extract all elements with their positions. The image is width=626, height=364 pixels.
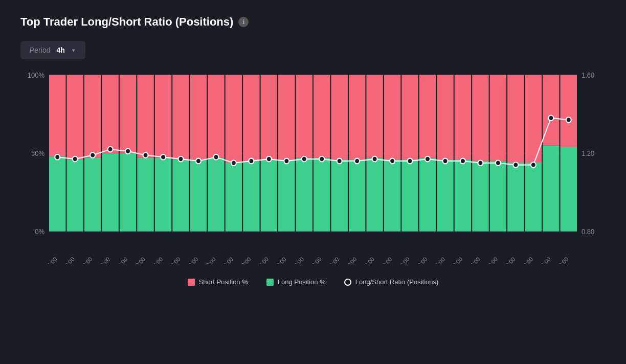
svg-rect-58 (472, 75, 488, 161)
chart-container: 100%50%0%1.601.200.8014:0018:0022:0002:0… (20, 70, 606, 264)
svg-rect-12 (66, 75, 83, 160)
svg-text:02:00: 02:00 (203, 256, 217, 264)
svg-rect-17 (120, 153, 136, 232)
svg-rect-44 (349, 75, 365, 160)
svg-text:22:00: 22:00 (502, 256, 517, 264)
svg-rect-22 (155, 75, 171, 158)
svg-rect-43 (349, 160, 365, 232)
svg-text:06:00: 06:00 (538, 256, 552, 264)
svg-text:02:00: 02:00 (308, 256, 323, 264)
svg-text:100%: 100% (28, 72, 44, 79)
svg-rect-61 (507, 163, 524, 232)
period-selector[interactable]: Period 4h ▼ (20, 41, 85, 59)
period-label: Period (30, 46, 50, 54)
svg-rect-27 (208, 158, 224, 232)
svg-rect-23 (172, 160, 189, 232)
svg-rect-53 (437, 160, 453, 232)
svg-point-98 (566, 117, 571, 123)
svg-rect-48 (384, 75, 400, 160)
svg-rect-24 (172, 75, 189, 160)
svg-rect-68 (561, 75, 577, 147)
period-arrow-icon: ▼ (71, 48, 76, 53)
svg-point-76 (178, 156, 184, 162)
svg-text:02:00: 02:00 (414, 256, 429, 264)
svg-text:1.20: 1.20 (582, 150, 594, 157)
svg-rect-21 (155, 158, 171, 232)
svg-rect-35 (278, 160, 295, 232)
svg-text:22:00: 22:00 (79, 256, 94, 264)
svg-rect-67 (561, 147, 577, 231)
svg-point-73 (125, 149, 130, 154)
legend-box-short (188, 279, 195, 286)
legend-label-ratio: Long/Short Ratio (Positions) (355, 278, 439, 286)
svg-rect-9 (49, 156, 65, 232)
svg-text:22:00: 22:00 (185, 256, 199, 264)
svg-text:10:00: 10:00 (555, 256, 569, 264)
svg-rect-37 (296, 158, 312, 232)
svg-text:14:00: 14:00 (256, 256, 270, 264)
svg-rect-51 (419, 158, 436, 232)
svg-point-75 (161, 154, 166, 160)
svg-rect-16 (102, 75, 118, 153)
svg-point-69 (55, 154, 60, 160)
svg-rect-19 (137, 158, 153, 232)
svg-text:14:00: 14:00 (361, 256, 375, 264)
legend-circle-ratio (344, 279, 351, 286)
svg-point-92 (460, 158, 465, 164)
svg-rect-28 (208, 75, 224, 158)
svg-text:10:00: 10:00 (344, 256, 358, 264)
svg-text:50%: 50% (31, 150, 44, 157)
svg-text:14:00: 14:00 (44, 256, 58, 264)
svg-rect-40 (314, 75, 330, 158)
svg-rect-63 (525, 163, 542, 232)
svg-rect-47 (384, 160, 400, 232)
info-icon[interactable]: ℹ (238, 17, 249, 27)
svg-rect-15 (102, 153, 118, 232)
svg-text:18:00: 18:00 (273, 256, 287, 264)
svg-rect-10 (49, 75, 65, 156)
svg-rect-29 (226, 163, 242, 232)
svg-point-97 (548, 115, 553, 121)
svg-rect-52 (419, 75, 436, 158)
svg-rect-45 (366, 158, 383, 232)
svg-text:18:00: 18:00 (61, 256, 76, 264)
legend-item-long: Long Position % (266, 278, 326, 286)
svg-text:1.60: 1.60 (582, 72, 594, 79)
svg-rect-42 (331, 75, 347, 160)
legend: Short Position % Long Position % Long/Sh… (20, 272, 606, 286)
svg-rect-46 (366, 75, 383, 158)
svg-rect-62 (507, 75, 524, 163)
svg-rect-38 (296, 75, 312, 158)
svg-rect-11 (66, 160, 83, 232)
svg-point-74 (143, 152, 148, 158)
svg-text:0%: 0% (35, 228, 44, 236)
svg-text:02:00: 02:00 (97, 256, 111, 264)
svg-point-96 (531, 162, 536, 168)
page-title: Top Trader Long/Short Ratio (Positions) (20, 15, 233, 29)
svg-text:06:00: 06:00 (326, 256, 340, 264)
svg-point-91 (443, 158, 448, 164)
svg-point-82 (284, 158, 289, 164)
svg-rect-57 (472, 161, 488, 232)
svg-point-90 (425, 156, 430, 162)
svg-text:06:00: 06:00 (432, 256, 446, 264)
svg-text:14:00: 14:00 (150, 256, 164, 264)
svg-text:02:00: 02:00 (520, 256, 534, 264)
svg-point-72 (108, 147, 113, 152)
svg-rect-39 (314, 158, 330, 232)
svg-point-94 (496, 160, 501, 166)
svg-point-83 (302, 156, 307, 162)
svg-rect-13 (84, 158, 101, 232)
svg-text:22:00: 22:00 (396, 256, 411, 264)
svg-rect-59 (490, 161, 506, 232)
chart-svg: 100%50%0%1.601.200.8014:0018:0022:0002:0… (20, 70, 606, 264)
svg-text:14:00: 14:00 (467, 256, 481, 264)
svg-rect-56 (455, 75, 471, 160)
svg-point-71 (90, 152, 95, 158)
svg-rect-55 (455, 160, 471, 232)
svg-text:10:00: 10:00 (450, 256, 464, 264)
svg-text:10:00: 10:00 (238, 256, 252, 264)
svg-text:22:00: 22:00 (290, 256, 305, 264)
svg-point-85 (337, 158, 342, 164)
svg-rect-60 (490, 75, 506, 161)
